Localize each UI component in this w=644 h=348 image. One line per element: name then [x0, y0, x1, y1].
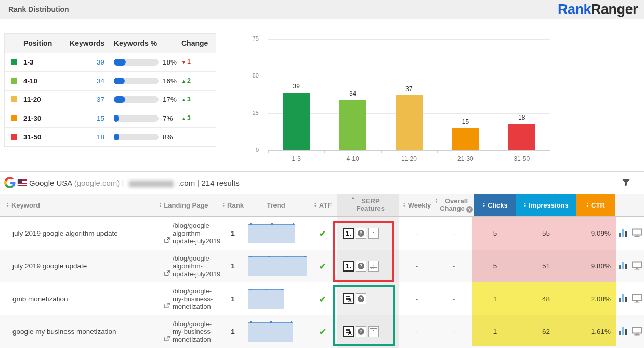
col-header-overall-change[interactable]: ▲▼ Overall Change?: [433, 194, 474, 216]
weekly-value: -: [416, 295, 418, 303]
ctr-value: 9.80%: [591, 262, 611, 270]
col-header-impressions[interactable]: ▲▼ Impressions: [516, 194, 576, 216]
trend-sparkline[interactable]: [248, 289, 284, 309]
keywords-pct-bar-fill: [114, 59, 126, 66]
position-label: 1-3: [23, 53, 34, 71]
bar-chart-icon[interactable]: [618, 261, 628, 272]
clicks-value: 5: [493, 229, 497, 237]
row-tools-cell: [616, 250, 644, 282]
col-position: Position: [23, 34, 52, 53]
landing-page-line: my-business-: [173, 295, 213, 303]
keywords-pct-bar: [114, 78, 159, 84]
external-link-icon[interactable]: [164, 269, 170, 277]
sparkline-marker: [281, 289, 283, 290]
redacted-site-domain: [129, 181, 174, 187]
landing-page-link[interactable]: /blog/google-my-business-monetization: [173, 320, 213, 343]
atf-cell: ✔: [309, 315, 337, 348]
landing-page-link[interactable]: /blog/google-algorithm-update-july2019: [173, 254, 221, 278]
triangle-up-icon: ▲: [181, 97, 186, 102]
chart-ytick-label: 75: [239, 35, 259, 42]
chart-ytick-label: 50: [239, 72, 259, 79]
col-header-ctr[interactable]: ▲▼ CTR: [576, 194, 615, 216]
clicks-value: 1: [493, 328, 497, 336]
external-link-icon[interactable]: [164, 335, 170, 343]
serp-video-icon: ▸···: [368, 261, 379, 272]
filter-funnel-icon[interactable]: [622, 178, 630, 189]
sort-icon: ▲▼: [435, 198, 438, 203]
keywords-count-link[interactable]: 15: [67, 109, 104, 127]
chart-x-tick: [324, 151, 325, 153]
ctr-cell: 2.08%: [576, 282, 615, 315]
rank-distribution-header: Position Keywords Keywords % Change: [5, 34, 216, 53]
col-header-rank[interactable]: ▲▼ Rank: [222, 194, 243, 216]
col-header-landing-page[interactable]: ▲▼ Landing Page: [144, 194, 222, 216]
keyword-cell[interactable]: july 2019 google algorithm update: [0, 217, 140, 250]
row-tools-cell: [616, 315, 644, 348]
atf-check-icon: ✔: [319, 326, 326, 338]
keyword-table-row: july 2019 google update/blog/google-algo…: [0, 250, 644, 283]
keywords-pct-bar: [114, 96, 159, 103]
trend-sparkline[interactable]: [248, 224, 295, 243]
keywords-count-link[interactable]: 37: [67, 91, 104, 109]
rank-distribution-row: 4-103416%▲2: [5, 71, 216, 90]
help-icon[interactable]: ?: [466, 206, 473, 213]
landing-page-line: my-business-: [173, 328, 213, 336]
keywords-pct-bar-fill: [114, 134, 119, 140]
col-header-keyword[interactable]: ▲▼ Keyword: [0, 194, 140, 216]
rank-distribution-chart: 0255075391-3344-103711-201521-301831-50: [239, 23, 574, 169]
external-link-icon[interactable]: [164, 237, 170, 244]
bar-chart-icon[interactable]: [618, 228, 628, 239]
landing-page-line: algorithm-: [173, 229, 221, 237]
col-header-atf[interactable]: ▲▼ ATF: [309, 194, 337, 216]
keywords-pct-value: 7%: [163, 109, 173, 127]
monitor-icon[interactable]: [632, 327, 642, 337]
keywords-pct-bar: [114, 115, 159, 122]
landing-page-cell: /blog/google-algorithm-update-july2019: [144, 217, 222, 250]
overall-change-value: -: [453, 229, 455, 237]
trend-sparkline[interactable]: [248, 322, 293, 342]
bar-chart-icon[interactable]: [618, 294, 628, 304]
sparkline-marker: [291, 321, 292, 323]
serp-related-questions-icon: ?: [356, 228, 366, 239]
serp-rank-one-icon: 1.: [343, 261, 354, 272]
keyword-cell[interactable]: gmb monetization: [0, 282, 140, 315]
chart-bar-value-label: 18: [508, 114, 535, 121]
landing-page-link[interactable]: /blog/google-my-business-monetization: [173, 287, 213, 311]
weekly-cell: -: [400, 315, 433, 348]
monitor-icon[interactable]: [632, 228, 642, 239]
landing-page-line: update-july2019: [173, 270, 221, 278]
trend-sparkline[interactable]: [248, 256, 307, 276]
chart-gridline: [268, 39, 550, 40]
keywords-count-link[interactable]: 39: [67, 53, 104, 71]
keywords-pct-value: 18%: [163, 53, 177, 71]
position-color-swatch: [11, 59, 17, 65]
site-domain-suffix: .com: [178, 178, 195, 187]
rank-cell: 1: [222, 250, 243, 282]
change-value: ▲3: [181, 109, 191, 128]
weekly-value: -: [416, 328, 418, 336]
external-link-icon[interactable]: [164, 302, 170, 310]
col-header-serp-features[interactable]: ▲ SERP Features: [337, 194, 399, 216]
keywords-count-link[interactable]: 18: [67, 128, 104, 146]
chart-bar-value-label: 34: [339, 90, 366, 97]
ctr-cell: 9.09%: [576, 217, 615, 250]
keywords-pct-bar-fill: [114, 96, 125, 103]
sparkline-marker: [266, 289, 267, 290]
serp-featured-snippet-icon: A: [343, 293, 354, 304]
col-header-weekly[interactable]: ▲▼ Weekly: [400, 194, 433, 216]
keywords-count-link[interactable]: 34: [67, 72, 104, 90]
monitor-icon[interactable]: [632, 261, 642, 272]
keyword-cell[interactable]: google my business monetization: [0, 315, 140, 348]
serp-features-cell: 1.?▸···: [337, 250, 399, 282]
monitor-icon[interactable]: [632, 294, 642, 304]
rank-ranger-dashboard: Rank Distribution RankRanger Position Ke…: [0, 0, 644, 348]
rank-distribution-row: 11-203717%▲3: [5, 90, 216, 109]
col-header-clicks[interactable]: ▲▼ Clicks: [474, 194, 516, 216]
bar-chart-icon[interactable]: [618, 327, 628, 337]
landing-page-link[interactable]: /blog/google-algorithm-update-july2019: [173, 222, 221, 245]
chart-bar: [452, 128, 479, 150]
keyword-cell[interactable]: july 2019 google update: [0, 250, 140, 282]
clicks-cell: 5: [474, 250, 516, 282]
source-text: Google USA (google.com) | .com | 214 res…: [29, 173, 240, 193]
section-divider: [0, 171, 644, 172]
